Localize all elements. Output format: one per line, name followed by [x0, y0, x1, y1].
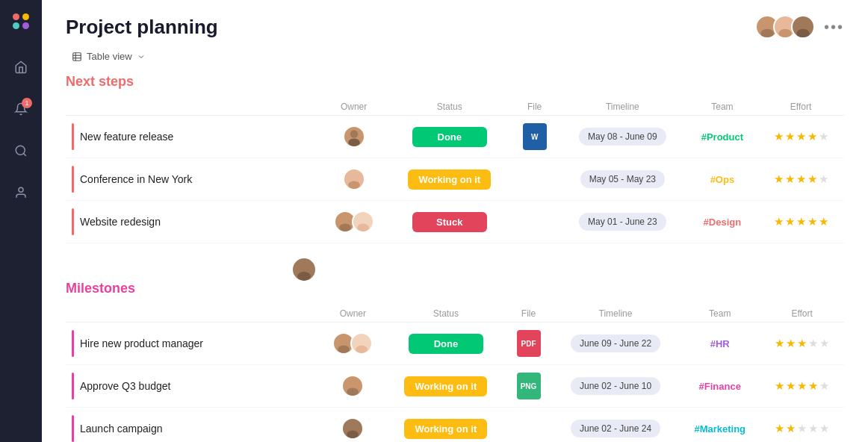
owner-cell	[320, 116, 388, 158]
star-4: ★	[808, 422, 818, 435]
star-2: ★	[785, 130, 795, 143]
team-cell: #Ops	[687, 158, 757, 201]
effort-cell: ★ ★ ★ ★ ★	[757, 158, 844, 201]
milestones-table: Owner Status File Timeline Team Effort H…	[66, 305, 844, 442]
effort-stars: ★ ★ ★ ★ ★	[775, 422, 829, 435]
svg-line-1	[23, 153, 25, 155]
header: Project planning •••	[42, 0, 868, 48]
star-2: ★	[786, 379, 796, 393]
sidebar-notification-icon[interactable]: 1	[7, 96, 34, 122]
col-effort: Effort	[760, 305, 844, 323]
task-cell: Hire new product manager	[66, 323, 320, 365]
team-tag: #Finance	[699, 381, 741, 392]
effort-stars: ★ ★ ★ ★ ★	[775, 337, 829, 350]
star-5: ★	[819, 215, 828, 228]
file-png-icon[interactable]: PNG	[517, 373, 541, 399]
col-timeline: Timeline	[551, 305, 680, 323]
col-team: Team	[687, 99, 757, 116]
task-cell: Website redesign	[66, 201, 320, 243]
table-row: Hire new product manager	[66, 323, 844, 365]
star-4: ★	[807, 215, 817, 228]
status-cell: Stuck	[388, 201, 511, 243]
svg-point-18	[339, 224, 351, 231]
svg-point-19	[359, 215, 366, 222]
app-logo	[9, 9, 33, 33]
milestones-title: Milestones	[66, 281, 844, 296]
timeline-badge: May 01 - June 23	[579, 213, 666, 231]
task-name: Website redesign	[80, 216, 161, 228]
svg-point-0	[16, 146, 25, 155]
notification-badge: 1	[22, 98, 32, 108]
table-row: Conference in New York Working on it	[66, 158, 844, 201]
status-badge: Stuck	[412, 212, 487, 232]
svg-point-17	[341, 215, 348, 222]
star-3: ★	[796, 130, 806, 143]
avatar	[341, 417, 364, 440]
status-badge: Working on it	[404, 376, 487, 396]
sidebar: 1	[0, 0, 42, 442]
status-cell: Working on it	[386, 365, 506, 408]
team-tag: #Product	[701, 131, 743, 143]
svg-point-21	[300, 262, 309, 271]
status-cell: Done	[388, 116, 511, 158]
svg-point-26	[356, 346, 368, 353]
owner-cell	[320, 323, 386, 365]
team-cell: #HR	[680, 323, 760, 365]
task-name: Conference in New York	[80, 173, 192, 185]
task-cell: Approve Q3 budget	[66, 365, 320, 408]
col-owner: Owner	[320, 305, 386, 323]
svg-point-25	[358, 337, 365, 344]
timeline-badge: May 08 - June 09	[579, 128, 666, 146]
status-cell: Working on it	[388, 158, 511, 201]
task-name: Launch campaign	[80, 423, 163, 435]
sidebar-search-icon[interactable]	[7, 137, 34, 164]
col-task	[66, 305, 320, 323]
owner-cell	[320, 201, 388, 243]
sidebar-home-icon[interactable]	[7, 54, 34, 81]
team-cell: #Finance	[680, 365, 760, 408]
svg-point-15	[350, 172, 357, 180]
timeline-cell: June 09 - June 22	[551, 323, 680, 365]
svg-point-3	[763, 19, 772, 28]
star-5: ★	[819, 130, 828, 143]
timeline-cell: May 05 - May 23	[558, 158, 687, 201]
effort-cell: ★ ★ ★ ★ ★	[760, 365, 844, 408]
col-timeline: Timeline	[558, 99, 687, 116]
row-indicator	[72, 373, 74, 399]
star-2: ★	[786, 337, 796, 350]
file-cell: W	[511, 116, 558, 158]
svg-point-8	[796, 29, 810, 38]
collaborator-avatar-3	[791, 15, 815, 39]
timeline-cell: May 01 - June 23	[558, 201, 687, 243]
star-2: ★	[785, 215, 795, 228]
team-tag: #Marketing	[694, 423, 745, 435]
owner-cell	[320, 365, 386, 408]
file-pdf-icon[interactable]: PDF	[517, 330, 541, 357]
col-file: File	[511, 99, 558, 116]
main-content: Project planning ••• Table view	[42, 0, 868, 442]
star-2: ★	[786, 422, 796, 435]
milestones-section: Milestones Owner Status File Timeline Te…	[42, 281, 868, 442]
next-steps-table: Owner Status File Timeline Team Effort N…	[66, 99, 844, 243]
sidebar-user-icon[interactable]	[7, 179, 34, 206]
next-steps-title: Next steps	[66, 74, 844, 90]
team-cell: #Design	[687, 201, 757, 243]
file-cell: PDF	[506, 323, 551, 365]
team-tag: #HR	[710, 338, 730, 349]
owner-cell	[320, 158, 388, 201]
timeline-cell: June 02 - June 10	[551, 365, 680, 408]
svg-point-2	[19, 187, 23, 192]
row-indicator	[72, 208, 74, 235]
task-name: Hire new product manager	[80, 337, 203, 349]
more-options-button[interactable]: •••	[824, 19, 844, 36]
col-file: File	[506, 305, 551, 323]
table-view-button[interactable]: Table view	[66, 48, 152, 65]
status-badge: Done	[412, 127, 487, 147]
effort-cell: ★ ★ ★ ★ ★	[757, 116, 844, 158]
star-5: ★	[819, 172, 828, 186]
status-badge: Working on it	[408, 169, 491, 190]
svg-point-29	[349, 422, 356, 429]
table-row: New feature release Done	[66, 116, 844, 158]
file-word-icon[interactable]: W	[523, 123, 547, 150]
timeline-badge: June 02 - June 24	[571, 420, 660, 438]
